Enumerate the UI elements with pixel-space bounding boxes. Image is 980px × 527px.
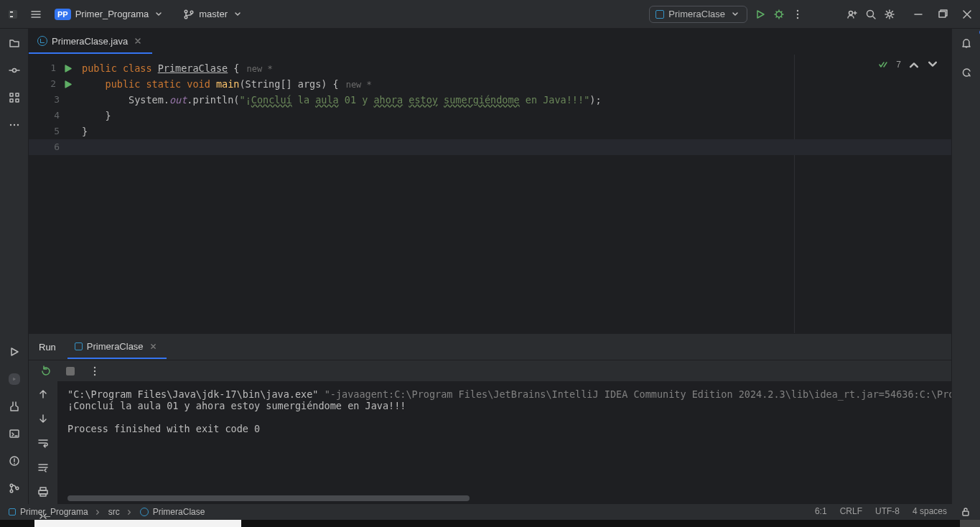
- breadcrumb[interactable]: src: [108, 507, 120, 517]
- project-tool-icon[interactable]: [9, 37, 20, 49]
- svg-point-10: [849, 11, 853, 14]
- tab-filename: PrimeraClase.java: [52, 36, 128, 47]
- cursor-position[interactable]: 6:1: [815, 506, 827, 518]
- maximize-icon[interactable]: [937, 9, 948, 20]
- svg-point-31: [94, 370, 95, 371]
- horizontal-scrollbar[interactable]: [67, 495, 470, 501]
- settings-icon[interactable]: [884, 9, 895, 20]
- svg-point-32: [94, 373, 95, 375]
- module-icon: [9, 508, 16, 516]
- navigation-bar: Primer_Programa src PrimeraClase 6:1 CRL…: [0, 504, 980, 520]
- encoding[interactable]: UTF-8: [875, 506, 900, 518]
- run-gutter-icon[interactable]: [62, 78, 73, 90]
- close-icon[interactable]: [961, 9, 973, 20]
- svg-rect-13: [939, 11, 946, 17]
- close-run-tab-icon[interactable]: [148, 340, 159, 352]
- build-tool-icon[interactable]: [9, 401, 20, 412]
- problems-tool-icon[interactable]: [9, 455, 20, 467]
- right-tool-stripe: [951, 29, 980, 504]
- close-tab-icon[interactable]: [132, 35, 144, 47]
- line-number: 6: [54, 139, 60, 155]
- minimize-icon[interactable]: [913, 9, 924, 20]
- chevron-right-icon: [93, 506, 104, 518]
- run-tab-icon: [75, 342, 83, 350]
- readonly-lock-icon[interactable]: [960, 506, 971, 518]
- breadcrumb[interactable]: Primer_Programa: [20, 507, 88, 517]
- indent[interactable]: 4 spaces: [913, 506, 947, 518]
- run-tab-label: PrimeraClase: [87, 341, 144, 352]
- ai-assistant-icon[interactable]: [961, 67, 972, 78]
- console-line: ¡Concluí la aula 01 y ahora estoy sumerg…: [67, 400, 941, 411]
- run-config-icon: [655, 10, 664, 19]
- svg-point-7: [797, 9, 798, 11]
- svg-point-21: [17, 124, 18, 126]
- line-number: 4: [54, 108, 60, 123]
- structure-tool-icon[interactable]: [9, 92, 20, 103]
- run-config-label: PrimeraClase: [668, 9, 725, 19]
- run-tool-active-icon[interactable]: [9, 373, 20, 385]
- editor-tab[interactable]: PrimeraClase.java: [29, 29, 152, 54]
- scroll-to-end-icon[interactable]: [37, 462, 49, 473]
- svg-rect-2: [10, 16, 13, 17]
- run-config-selector[interactable]: PrimeraClase: [649, 6, 747, 23]
- svg-point-30: [94, 366, 95, 368]
- code-area[interactable]: public class PrimeraClase {new * public …: [78, 55, 951, 333]
- down-icon[interactable]: [37, 413, 49, 424]
- title-bar: PP Primer_Programa master PrimeraClase: [0, 0, 980, 29]
- project-badge: PP: [55, 9, 71, 20]
- gutter: 1 2 3 4 5 6: [29, 55, 78, 333]
- line-number: 1: [50, 60, 56, 76]
- line-number: 5: [54, 123, 60, 139]
- rerun-icon[interactable]: [40, 365, 52, 377]
- more-tools-icon[interactable]: [9, 119, 20, 131]
- console-line: Process finished with exit code 0: [67, 423, 941, 434]
- line-separator[interactable]: CRLF: [840, 506, 862, 518]
- svg-rect-36: [963, 511, 969, 516]
- print-icon[interactable]: [37, 486, 49, 498]
- run-more-icon[interactable]: [89, 365, 101, 377]
- run-gutter-icon[interactable]: [62, 62, 73, 74]
- svg-point-12: [888, 12, 892, 16]
- debug-button[interactable]: [773, 9, 785, 20]
- main-menu-icon[interactable]: [30, 9, 42, 20]
- tab-options-icon[interactable]: [931, 42, 951, 54]
- svg-point-20: [13, 124, 14, 126]
- run-tool-window: Run PrimeraClase: [29, 333, 951, 504]
- run-tool-icon[interactable]: [9, 346, 20, 358]
- branch-label: master: [199, 9, 228, 19]
- code-with-me-icon[interactable]: [846, 9, 858, 20]
- more-actions-icon[interactable]: [792, 9, 803, 20]
- commit-tool-icon[interactable]: [9, 65, 20, 76]
- svg-point-19: [9, 124, 11, 126]
- console-line: "C:\Program Files\Java\jdk-17\bin\java.e…: [67, 388, 325, 400]
- run-tab[interactable]: PrimeraClase: [67, 335, 167, 359]
- console-output[interactable]: "C:\Program Files\Java\jdk-17\bin\java.e…: [57, 381, 951, 504]
- run-toolbar: [29, 360, 951, 381]
- project-name-label: Primer_Programa: [75, 9, 149, 19]
- console-line: "-javaagent:C:\Program Files\JetBrains\I…: [325, 388, 951, 400]
- breadcrumb[interactable]: PrimeraClase: [153, 507, 205, 517]
- branch-selector[interactable]: master: [177, 6, 249, 23]
- svg-point-14: [12, 69, 16, 73]
- java-class-icon: [37, 36, 47, 46]
- project-selector[interactable]: PP Primer_Programa: [49, 6, 170, 23]
- svg-point-9: [797, 17, 798, 18]
- run-button[interactable]: [755, 9, 766, 20]
- svg-rect-16: [16, 93, 19, 96]
- soft-wrap-icon[interactable]: [37, 437, 49, 449]
- vcs-tool-icon[interactable]: [9, 482, 20, 494]
- branch-icon: [183, 9, 195, 20]
- stop-icon[interactable]: [66, 367, 75, 376]
- terminal-tool-icon[interactable]: [9, 428, 20, 439]
- left-tool-stripe: [0, 29, 29, 504]
- chevron-down-icon: [153, 9, 164, 20]
- line-number: 2: [50, 76, 56, 92]
- svg-rect-15: [10, 93, 13, 96]
- up-icon[interactable]: [37, 388, 49, 400]
- notifications-icon[interactable]: [961, 37, 972, 49]
- svg-rect-0: [9, 10, 17, 19]
- editor[interactable]: 7 1 2 3 4 5 6 public class PrimeraClase …: [29, 55, 951, 333]
- search-icon[interactable]: [865, 9, 877, 20]
- svg-rect-35: [40, 494, 46, 496]
- svg-point-11: [867, 10, 874, 17]
